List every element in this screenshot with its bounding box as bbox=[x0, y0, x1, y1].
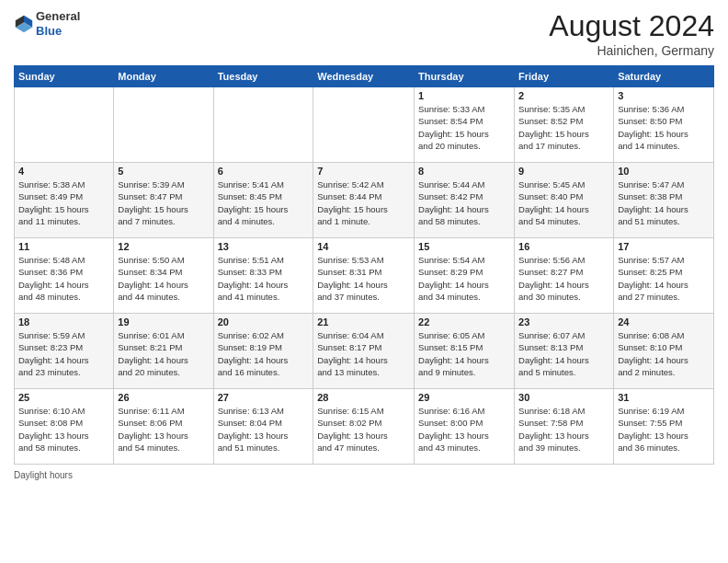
logo: General Blue bbox=[14, 9, 80, 38]
calendar-table: SundayMondayTuesdayWednesdayThursdayFrid… bbox=[14, 65, 714, 465]
calendar-cell bbox=[313, 87, 415, 163]
day-info: Sunrise: 5:33 AM Sunset: 8:54 PM Dayligh… bbox=[418, 103, 510, 152]
day-info: Sunrise: 5:36 AM Sunset: 8:50 PM Dayligh… bbox=[618, 103, 710, 152]
day-info: Sunrise: 6:11 AM Sunset: 8:06 PM Dayligh… bbox=[118, 405, 209, 454]
calendar-cell: 3Sunrise: 5:36 AM Sunset: 8:50 PM Daylig… bbox=[614, 87, 714, 163]
logo-icon bbox=[14, 14, 34, 34]
calendar-cell: 23Sunrise: 6:07 AM Sunset: 8:13 PM Dayli… bbox=[515, 314, 614, 389]
logo-general: General bbox=[36, 9, 80, 23]
page: General Blue August 2024 Hainichen, Germ… bbox=[0, 0, 728, 563]
day-info: Sunrise: 5:41 AM Sunset: 8:45 PM Dayligh… bbox=[218, 178, 310, 227]
calendar-cell: 16Sunrise: 5:56 AM Sunset: 8:27 PM Dayli… bbox=[515, 238, 614, 314]
day-info: Sunrise: 5:39 AM Sunset: 8:47 PM Dayligh… bbox=[118, 178, 209, 227]
day-number: 6 bbox=[218, 166, 310, 177]
calendar-cell: 10Sunrise: 5:47 AM Sunset: 8:38 PM Dayli… bbox=[614, 163, 714, 238]
day-number: 24 bbox=[618, 316, 710, 327]
weekday-header-thursday: Thursday bbox=[415, 66, 515, 87]
day-number: 25 bbox=[18, 392, 109, 403]
weekday-header-wednesday: Wednesday bbox=[313, 66, 415, 87]
day-number: 31 bbox=[618, 392, 710, 403]
calendar-cell: 20Sunrise: 6:02 AM Sunset: 8:19 PM Dayli… bbox=[213, 314, 313, 389]
calendar-cell: 30Sunrise: 6:18 AM Sunset: 7:58 PM Dayli… bbox=[515, 389, 614, 465]
week-row-1: 1Sunrise: 5:33 AM Sunset: 8:54 PM Daylig… bbox=[15, 87, 714, 163]
title-block: August 2024 Hainichen, Germany bbox=[549, 9, 714, 58]
logo-text: General Blue bbox=[36, 9, 80, 38]
day-info: Sunrise: 6:02 AM Sunset: 8:19 PM Dayligh… bbox=[218, 329, 310, 378]
calendar-cell: 2Sunrise: 5:35 AM Sunset: 8:52 PM Daylig… bbox=[515, 87, 614, 163]
calendar-cell: 17Sunrise: 5:57 AM Sunset: 8:25 PM Dayli… bbox=[614, 238, 714, 314]
footer: Daylight hours bbox=[14, 470, 714, 480]
day-number: 17 bbox=[618, 241, 710, 252]
day-info: Sunrise: 5:45 AM Sunset: 8:40 PM Dayligh… bbox=[518, 178, 609, 227]
day-number: 21 bbox=[317, 316, 410, 327]
calendar-cell: 18Sunrise: 5:59 AM Sunset: 8:23 PM Dayli… bbox=[15, 314, 114, 389]
day-info: Sunrise: 5:48 AM Sunset: 8:36 PM Dayligh… bbox=[18, 254, 109, 303]
day-number: 13 bbox=[218, 241, 310, 252]
day-number: 12 bbox=[118, 241, 209, 252]
day-number: 3 bbox=[618, 90, 710, 101]
day-number: 2 bbox=[518, 90, 609, 101]
weekday-header-friday: Friday bbox=[515, 66, 614, 87]
day-info: Sunrise: 6:01 AM Sunset: 8:21 PM Dayligh… bbox=[118, 329, 209, 378]
calendar-cell: 9Sunrise: 5:45 AM Sunset: 8:40 PM Daylig… bbox=[515, 163, 614, 238]
calendar-cell: 28Sunrise: 6:15 AM Sunset: 8:02 PM Dayli… bbox=[313, 389, 415, 465]
day-info: Sunrise: 5:59 AM Sunset: 8:23 PM Dayligh… bbox=[18, 329, 109, 378]
day-info: Sunrise: 6:07 AM Sunset: 8:13 PM Dayligh… bbox=[518, 329, 609, 378]
day-number: 26 bbox=[118, 392, 209, 403]
calendar-cell: 11Sunrise: 5:48 AM Sunset: 8:36 PM Dayli… bbox=[15, 238, 114, 314]
day-number: 11 bbox=[18, 241, 109, 252]
day-info: Sunrise: 6:04 AM Sunset: 8:17 PM Dayligh… bbox=[317, 329, 410, 378]
calendar-cell bbox=[114, 87, 213, 163]
calendar-cell: 19Sunrise: 6:01 AM Sunset: 8:21 PM Dayli… bbox=[114, 314, 213, 389]
calendar-cell: 6Sunrise: 5:41 AM Sunset: 8:45 PM Daylig… bbox=[213, 163, 313, 238]
calendar-cell: 15Sunrise: 5:54 AM Sunset: 8:29 PM Dayli… bbox=[415, 238, 515, 314]
day-number: 10 bbox=[618, 166, 710, 177]
day-info: Sunrise: 5:53 AM Sunset: 8:31 PM Dayligh… bbox=[317, 254, 410, 303]
logo-blue: Blue bbox=[36, 24, 62, 38]
day-number: 5 bbox=[118, 166, 209, 177]
calendar-cell: 26Sunrise: 6:11 AM Sunset: 8:06 PM Dayli… bbox=[114, 389, 213, 465]
month-year: August 2024 bbox=[549, 9, 714, 43]
day-info: Sunrise: 5:57 AM Sunset: 8:25 PM Dayligh… bbox=[618, 254, 710, 303]
weekday-header-monday: Monday bbox=[114, 66, 213, 87]
calendar-cell: 24Sunrise: 6:08 AM Sunset: 8:10 PM Dayli… bbox=[614, 314, 714, 389]
day-info: Sunrise: 5:56 AM Sunset: 8:27 PM Dayligh… bbox=[518, 254, 609, 303]
day-number: 7 bbox=[317, 166, 410, 177]
day-number: 8 bbox=[418, 166, 510, 177]
day-number: 4 bbox=[18, 166, 109, 177]
week-row-4: 18Sunrise: 5:59 AM Sunset: 8:23 PM Dayli… bbox=[15, 314, 714, 389]
day-number: 14 bbox=[317, 241, 410, 252]
day-info: Sunrise: 5:50 AM Sunset: 8:34 PM Dayligh… bbox=[118, 254, 209, 303]
calendar-cell: 5Sunrise: 5:39 AM Sunset: 8:47 PM Daylig… bbox=[114, 163, 213, 238]
day-number: 29 bbox=[418, 392, 510, 403]
calendar-cell: 22Sunrise: 6:05 AM Sunset: 8:15 PM Dayli… bbox=[415, 314, 515, 389]
day-info: Sunrise: 6:05 AM Sunset: 8:15 PM Dayligh… bbox=[418, 329, 510, 378]
day-info: Sunrise: 5:38 AM Sunset: 8:49 PM Dayligh… bbox=[18, 178, 109, 227]
day-number: 30 bbox=[518, 392, 609, 403]
weekday-header-saturday: Saturday bbox=[614, 66, 714, 87]
calendar-cell: 4Sunrise: 5:38 AM Sunset: 8:49 PM Daylig… bbox=[15, 163, 114, 238]
day-info: Sunrise: 5:44 AM Sunset: 8:42 PM Dayligh… bbox=[418, 178, 510, 227]
header: General Blue August 2024 Hainichen, Germ… bbox=[14, 9, 714, 58]
day-info: Sunrise: 5:35 AM Sunset: 8:52 PM Dayligh… bbox=[518, 103, 609, 152]
day-number: 27 bbox=[218, 392, 310, 403]
day-number: 23 bbox=[518, 316, 609, 327]
day-info: Sunrise: 6:18 AM Sunset: 7:58 PM Dayligh… bbox=[518, 405, 609, 454]
calendar-cell: 14Sunrise: 5:53 AM Sunset: 8:31 PM Dayli… bbox=[313, 238, 415, 314]
week-row-3: 11Sunrise: 5:48 AM Sunset: 8:36 PM Dayli… bbox=[15, 238, 714, 314]
weekday-header-sunday: Sunday bbox=[15, 66, 114, 87]
location: Hainichen, Germany bbox=[549, 43, 714, 58]
day-number: 9 bbox=[518, 166, 609, 177]
daylight-label: Daylight hours bbox=[14, 470, 73, 480]
calendar-cell: 13Sunrise: 5:51 AM Sunset: 8:33 PM Dayli… bbox=[213, 238, 313, 314]
calendar-cell: 8Sunrise: 5:44 AM Sunset: 8:42 PM Daylig… bbox=[415, 163, 515, 238]
weekday-header-tuesday: Tuesday bbox=[213, 66, 313, 87]
day-info: Sunrise: 6:13 AM Sunset: 8:04 PM Dayligh… bbox=[218, 405, 310, 454]
day-number: 18 bbox=[18, 316, 109, 327]
week-row-5: 25Sunrise: 6:10 AM Sunset: 8:08 PM Dayli… bbox=[15, 389, 714, 465]
calendar-cell: 7Sunrise: 5:42 AM Sunset: 8:44 PM Daylig… bbox=[313, 163, 415, 238]
day-info: Sunrise: 6:16 AM Sunset: 8:00 PM Dayligh… bbox=[418, 405, 510, 454]
week-row-2: 4Sunrise: 5:38 AM Sunset: 8:49 PM Daylig… bbox=[15, 163, 714, 238]
day-info: Sunrise: 5:42 AM Sunset: 8:44 PM Dayligh… bbox=[317, 178, 410, 227]
calendar-cell: 12Sunrise: 5:50 AM Sunset: 8:34 PM Dayli… bbox=[114, 238, 213, 314]
